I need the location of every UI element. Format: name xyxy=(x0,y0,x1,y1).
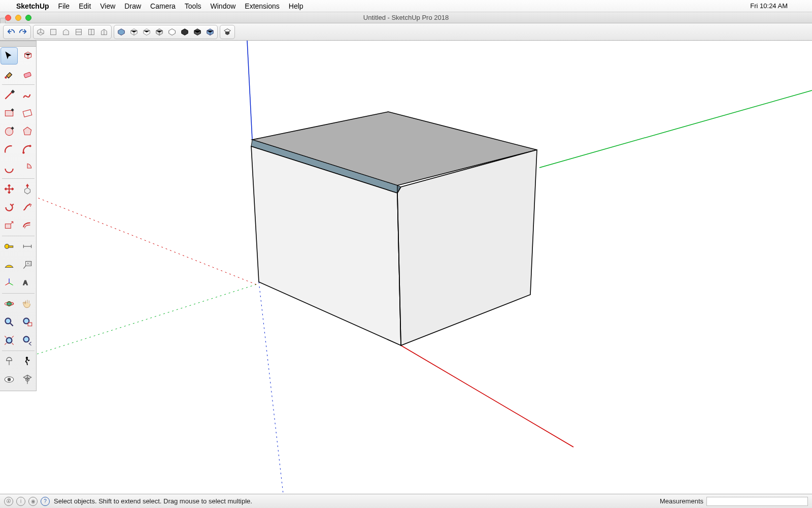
tool-move[interactable] xyxy=(1,180,18,198)
tool-zoom[interactable] xyxy=(1,313,18,331)
tool-offset[interactable] xyxy=(19,217,36,234)
tool-zoom-window[interactable] xyxy=(19,313,36,331)
svg-rect-53 xyxy=(5,224,11,229)
right-view-button[interactable] xyxy=(73,26,84,38)
menu-extensions[interactable]: Extensions xyxy=(245,2,279,10)
menu-camera[interactable]: Camera xyxy=(150,2,176,10)
window-title: Untitled - SketchUp Pro 2018 xyxy=(0,14,812,21)
tool-dimension[interactable] xyxy=(19,238,36,255)
app-menu[interactable]: SketchUp xyxy=(16,2,49,10)
menu-draw[interactable]: Draw xyxy=(124,2,141,10)
svg-rect-42 xyxy=(24,72,31,78)
tool-look-around[interactable] xyxy=(1,371,18,388)
menu-file[interactable]: File xyxy=(58,2,70,10)
sign-in-icon[interactable]: ◉ xyxy=(28,497,38,506)
svg-line-59 xyxy=(23,266,25,268)
svg-line-29 xyxy=(247,41,252,140)
svg-point-41 xyxy=(5,76,7,78)
svg-point-71 xyxy=(23,336,29,342)
tool-protractor[interactable] xyxy=(1,256,18,273)
credits-icon[interactable]: i xyxy=(16,497,25,506)
window-zoom-button[interactable] xyxy=(25,15,31,21)
tool-pushpull[interactable] xyxy=(19,180,36,198)
warehouse-button[interactable] xyxy=(222,26,233,38)
status-hint: Select objects. Shift to extend select. … xyxy=(54,497,252,505)
tool-walk[interactable] xyxy=(19,353,36,370)
tool-section[interactable] xyxy=(19,371,36,388)
tool-text[interactable]: A1 xyxy=(19,256,36,273)
tool-3dtext[interactable]: A xyxy=(19,274,36,292)
geo-location-icon[interactable]: ⦿ xyxy=(4,497,13,506)
svg-line-32 xyxy=(0,284,256,366)
front-view-button[interactable] xyxy=(60,26,72,38)
tool-pie[interactable] xyxy=(19,160,36,177)
tool-previous-view[interactable] xyxy=(19,332,36,349)
left-view-button[interactable] xyxy=(98,26,110,38)
menubar-clock[interactable]: Fri 10:24 AM xyxy=(750,2,788,10)
tool-polygon[interactable] xyxy=(19,123,36,140)
style-shaded-tex-button[interactable] xyxy=(154,26,165,38)
back-view-button[interactable] xyxy=(86,26,97,38)
style-backedges-button[interactable] xyxy=(192,26,203,38)
tool-scale[interactable] xyxy=(1,217,18,234)
svg-line-61 xyxy=(9,283,13,285)
svg-point-66 xyxy=(5,318,11,324)
tool-tape[interactable] xyxy=(1,238,18,255)
tool-pan[interactable] xyxy=(19,295,36,312)
tool-position-camera[interactable] xyxy=(1,353,18,370)
style-shaded-button[interactable] xyxy=(116,26,127,38)
window-titlebar: Untitled - SketchUp Pro 2018 xyxy=(0,12,812,23)
svg-line-30 xyxy=(259,282,283,494)
menu-tools[interactable]: Tools xyxy=(185,2,201,10)
help-icon[interactable]: ? xyxy=(41,497,50,506)
svg-text:A1: A1 xyxy=(27,262,31,265)
top-view-button[interactable] xyxy=(48,26,59,38)
tool-orbit[interactable] xyxy=(1,295,18,312)
tool-rectangle-rot[interactable] xyxy=(19,105,36,122)
tool-rectangle[interactable] xyxy=(1,105,18,122)
window-close-button[interactable] xyxy=(5,15,11,21)
tool-zoom-extents[interactable] xyxy=(1,332,18,349)
tool-freehand[interactable] xyxy=(19,86,36,104)
svg-line-31 xyxy=(539,90,812,168)
undo-button[interactable] xyxy=(5,26,16,38)
svg-point-70 xyxy=(7,338,12,343)
iso-view-button[interactable] xyxy=(35,26,46,38)
tool-arc[interactable] xyxy=(1,141,18,158)
svg-point-51 xyxy=(22,151,24,153)
svg-rect-47 xyxy=(23,110,32,117)
svg-line-33 xyxy=(401,345,573,447)
tool-select[interactable] xyxy=(1,47,18,65)
tool-component-make[interactable] xyxy=(19,47,36,65)
style-xray-button[interactable] xyxy=(179,26,190,38)
menu-edit[interactable]: Edit xyxy=(79,2,91,10)
style-hidden-button[interactable] xyxy=(141,26,152,38)
redo-button[interactable] xyxy=(18,26,29,38)
tool-palette: A1A xyxy=(0,41,37,391)
menu-view[interactable]: View xyxy=(100,2,115,10)
window-minimize-button[interactable] xyxy=(15,15,21,21)
style-wire-button[interactable] xyxy=(128,26,140,38)
svg-text:A: A xyxy=(23,279,28,287)
tool-circle[interactable] xyxy=(1,123,18,140)
tool-eraser[interactable] xyxy=(19,66,36,83)
svg-point-75 xyxy=(8,378,11,382)
measurements-input[interactable] xyxy=(706,497,808,506)
tool-line[interactable] xyxy=(1,86,18,104)
toolbar-handle[interactable] xyxy=(0,18,6,23)
tool-followme[interactable] xyxy=(19,199,36,216)
tool-rotate[interactable] xyxy=(1,199,18,216)
tool-arc-3pt[interactable] xyxy=(1,160,18,177)
tool-axes[interactable] xyxy=(1,274,18,292)
menu-help[interactable]: Help xyxy=(289,2,303,10)
palette-handle[interactable] xyxy=(0,41,36,47)
tool-paint[interactable] xyxy=(1,66,18,83)
modeling-viewport[interactable] xyxy=(0,41,812,494)
svg-point-73 xyxy=(26,357,28,359)
svg-rect-23 xyxy=(51,29,56,35)
tool-arc-2pt[interactable] xyxy=(19,141,36,158)
style-texture-button[interactable] xyxy=(205,26,216,38)
mac-menubar: SketchUp File Edit View Draw Camera Tool… xyxy=(0,0,812,12)
menu-window[interactable]: Window xyxy=(211,2,236,10)
style-mono-button[interactable] xyxy=(166,26,178,38)
